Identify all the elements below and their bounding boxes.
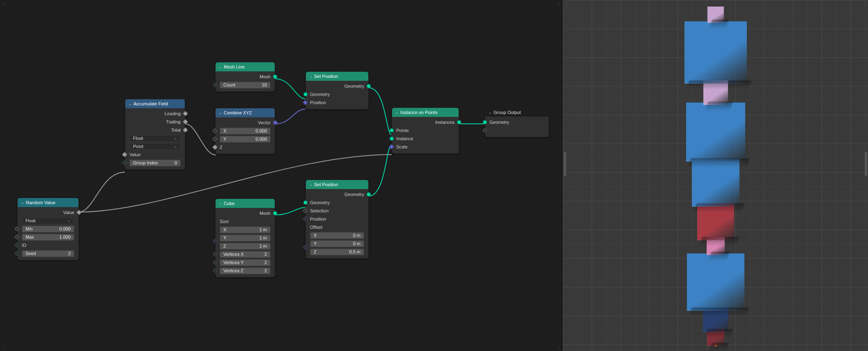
node-header[interactable]: ⌄ Set Position	[306, 72, 368, 81]
node-set-position-bottom[interactable]: ⌄ Set Position Geometry Geometry Selecti…	[305, 180, 369, 259]
vertices-z-field[interactable]: Vertices Z2	[220, 267, 271, 274]
socket-in-instance[interactable]	[390, 137, 394, 141]
group-index-field[interactable]: Group Index0	[129, 160, 181, 166]
node-instance-on-points[interactable]: ⌄ Instance on Points Instances Points In…	[392, 107, 459, 154]
size-label: Size:	[220, 219, 230, 224]
node-combine-xyz[interactable]: ⌄ Combine XYZ Vector X0.000 Y0.000 Z	[215, 108, 275, 154]
output-geometry-label: Geometry	[344, 192, 364, 197]
input-scale-label: Scale	[396, 144, 408, 149]
socket-out-geometry[interactable]	[367, 192, 371, 196]
output-geometry-label: Geometry	[344, 84, 364, 89]
socket-in-virtual[interactable]	[483, 128, 487, 132]
vertices-x-field[interactable]: Vertices X2	[220, 251, 271, 258]
node-title: Mesh Line	[224, 64, 245, 69]
node-title: Set Position	[314, 182, 338, 187]
output-vector-label: Vector	[258, 120, 271, 125]
node-header[interactable]: ⌄ Instance on Points	[392, 108, 459, 117]
offset-x-field[interactable]: X0 m	[310, 232, 364, 239]
input-geometry-label: Geometry	[489, 120, 509, 125]
domain-select[interactable]: Point⌄	[129, 143, 181, 150]
input-position-label: Position	[310, 217, 326, 221]
node-set-position-top[interactable]: ⌄ Set Position Geometry Geometry Positio…	[305, 71, 369, 109]
socket-in-points[interactable]	[390, 128, 394, 132]
min-field[interactable]: Min0.000	[22, 226, 74, 232]
node-editor-background	[0, 0, 563, 351]
socket-out-geometry[interactable]	[367, 84, 371, 88]
offset-label: Offset:	[310, 225, 323, 230]
chevron-down-icon: ⌄	[67, 219, 71, 223]
node-header[interactable]: ⌄ Accumulate Field	[125, 99, 185, 108]
socket-in-vertices-z[interactable]	[213, 269, 217, 273]
split-corner-bottom-right[interactable]: ⋮	[556, 344, 562, 350]
cube-instance	[687, 253, 744, 311]
input-geometry-label: Geometry	[310, 200, 330, 205]
output-instances-label: Instances	[435, 120, 455, 125]
node-mesh-line[interactable]: ⌄ Mesh Line Mesh Count10	[215, 62, 275, 92]
input-position-label: Position	[310, 100, 326, 105]
cubes-stack	[563, 0, 868, 351]
node-header[interactable]: ⌄ Random Value	[18, 198, 78, 207]
node-title: Combine XYZ	[224, 110, 252, 115]
node-title: Accumulate Field	[133, 101, 168, 106]
output-trailing-label: Trailing	[166, 119, 181, 124]
input-points-label: Points	[396, 128, 409, 133]
socket-out-instances[interactable]	[457, 120, 461, 124]
datatype-select[interactable]: Float⌄	[129, 135, 181, 142]
chevron-down-icon: ⌄	[489, 110, 492, 114]
chevron-down-icon: ⌄	[219, 65, 222, 69]
input-z-label: Z	[220, 145, 223, 150]
cube-instance	[686, 103, 745, 162]
size-z-field[interactable]: Z1 m	[220, 243, 271, 250]
split-corner-bottom-left[interactable]: ⋮	[1, 344, 7, 350]
socket-in-geometry[interactable]	[483, 120, 487, 124]
node-title: Cube	[224, 201, 234, 206]
socket-in-geometry[interactable]	[303, 201, 308, 205]
offset-y-field[interactable]: Y0 m	[310, 240, 364, 247]
output-mesh-label: Mesh	[259, 74, 271, 79]
input-selection-label: Selection	[310, 208, 328, 213]
socket-in-geometry[interactable]	[303, 92, 308, 96]
output-mesh-label: Mesh	[259, 211, 271, 216]
node-cube[interactable]: ⌄ Cube Mesh Size: X1 m Y1 m Z1 m Vertice…	[215, 198, 275, 278]
split-corner-top-right[interactable]: ⋮	[556, 1, 562, 7]
count-field[interactable]: Count10	[220, 82, 271, 89]
socket-out-mesh[interactable]	[273, 75, 277, 79]
node-group-output[interactable]: ⌄ Group Output Geometry	[485, 107, 549, 137]
size-x-field[interactable]: X1 m	[220, 226, 271, 233]
input-value-label: Value	[129, 152, 140, 157]
type-select[interactable]: Float⌄	[22, 217, 74, 224]
chevron-down-icon: ⌄	[174, 136, 177, 140]
offset-z-field[interactable]: Z0.5 m	[310, 248, 364, 255]
x-field[interactable]: X0.000	[220, 128, 271, 134]
vertices-y-field[interactable]: Vertices Y2	[220, 259, 271, 266]
socket-in-count[interactable]	[213, 83, 217, 87]
node-title: Group Output	[494, 110, 521, 115]
node-title: Random Value	[26, 200, 55, 205]
node-random-value[interactable]: ⌄ Random Value Value Float⌄ Min0.000 Max…	[17, 198, 79, 260]
node-header[interactable]: ⌄ Group Output	[485, 108, 549, 117]
node-header[interactable]: ⌄ Combine XYZ	[216, 108, 275, 117]
chevron-down-icon: ⌄	[219, 111, 222, 115]
socket-out-mesh[interactable]	[273, 211, 277, 215]
node-accumulate-field[interactable]: ⌄ Accumulate Field Leading Trailing Tota…	[125, 99, 185, 170]
chevron-down-icon: ⌄	[309, 74, 312, 78]
size-y-field[interactable]: Y1 m	[220, 235, 271, 242]
node-header[interactable]: ⌄ Set Position	[306, 180, 368, 189]
max-field[interactable]: Max1.000	[22, 234, 74, 241]
node-header[interactable]: ⌄ Mesh Line	[216, 62, 275, 71]
socket-in-vertices-y[interactable]	[213, 260, 217, 264]
viewport-panel[interactable]: ⋮ ⋮	[563, 0, 868, 351]
split-corner-top-left[interactable]: ⋮	[1, 1, 7, 7]
y-field[interactable]: Y0.000	[220, 136, 271, 143]
id-label: ID	[22, 243, 26, 248]
cube-instance	[684, 21, 747, 84]
input-geometry-label: Geometry	[310, 92, 330, 97]
node-editor-panel[interactable]: ⋮ ⋮ ⋮ ⋮ ⌄ Ra	[0, 0, 563, 351]
node-header[interactable]: ⌄ Cube	[216, 199, 275, 208]
socket-in-vertices-x[interactable]	[213, 252, 217, 256]
chevron-down-icon: ⌄	[21, 201, 24, 205]
seed-field[interactable]: Seed2	[22, 250, 74, 257]
cube-instance	[707, 7, 724, 23]
chevron-down-icon: ⌄	[219, 201, 222, 205]
output-value-label: Value	[63, 210, 74, 215]
